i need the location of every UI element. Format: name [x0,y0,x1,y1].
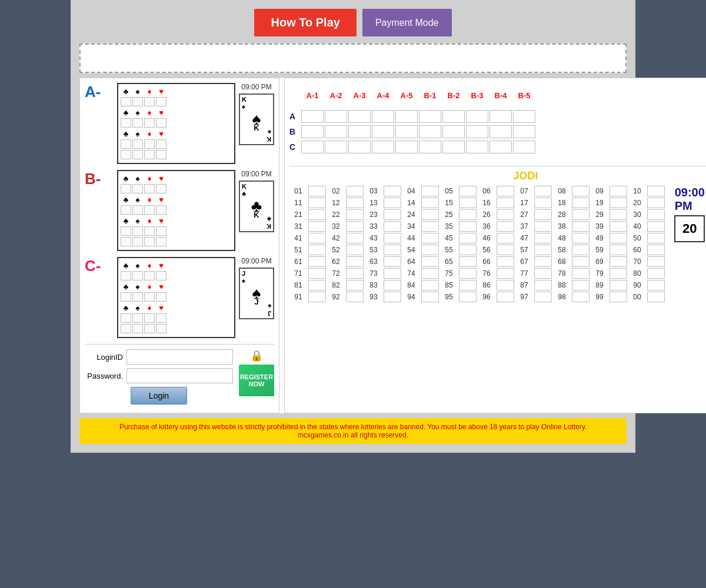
grid-cell[interactable] [121,271,131,280]
jodi-input[interactable] [534,256,552,267]
grid-cell[interactable] [156,313,166,323]
jodi-input[interactable] [384,209,401,220]
ab-input-b10[interactable] [513,125,535,138]
jodi-input[interactable] [308,268,326,279]
jodi-input[interactable] [497,233,514,243]
grid-cell[interactable] [121,205,131,215]
grid-cell[interactable] [156,324,166,333]
ab-input-b6[interactable] [419,125,441,138]
jodi-input[interactable] [610,292,627,302]
ab-input-a10[interactable] [513,110,535,123]
grid-cell[interactable] [156,118,166,128]
grid-cell[interactable] [132,139,143,149]
ab-input-c10[interactable] [513,141,535,153]
jodi-input[interactable] [421,233,439,243]
jodi-input[interactable] [459,256,477,267]
ab-input-c7[interactable] [442,141,465,153]
jodi-input[interactable] [497,209,514,220]
loginid-input[interactable] [126,349,233,365]
ab-input-c9[interactable] [489,141,512,153]
jodi-input[interactable] [308,233,326,243]
jodi-input[interactable] [459,186,477,196]
ab-input-a2[interactable] [325,110,347,123]
jodi-input[interactable] [647,186,665,196]
jodi-input[interactable] [308,186,326,196]
grid-cell[interactable] [156,139,166,149]
how-to-play-button[interactable]: How To Play [254,9,356,36]
jodi-input[interactable] [308,198,326,208]
jodi-input[interactable] [497,292,514,302]
ab-input-b9[interactable] [489,125,512,138]
grid-cell[interactable] [121,226,131,236]
ab-input-c4[interactable] [372,141,394,153]
grid-cell[interactable] [156,184,166,193]
jodi-input[interactable] [610,209,627,220]
grid-cell[interactable] [144,226,155,236]
jodi-input[interactable] [610,186,627,196]
jodi-input[interactable] [572,280,590,290]
jodi-input[interactable] [647,245,665,255]
grid-cell[interactable] [132,184,143,193]
jodi-input[interactable] [421,280,439,290]
jodi-input[interactable] [647,256,665,267]
grid-cell[interactable] [156,97,166,106]
jodi-input[interactable] [346,221,364,232]
ab-input-b2[interactable] [325,125,347,138]
grid-cell[interactable] [121,324,131,333]
grid-cell[interactable] [121,292,131,302]
ab-input-b1[interactable] [301,125,324,138]
ab-input-c2[interactable] [325,141,347,153]
jodi-input[interactable] [346,256,364,267]
jodi-input[interactable] [534,268,552,279]
grid-cell[interactable] [132,324,143,333]
jodi-input[interactable] [647,268,665,279]
jodi-input[interactable] [459,221,477,232]
grid-cell[interactable] [121,237,131,246]
jodi-input[interactable] [346,268,364,279]
jodi-input[interactable] [308,209,326,220]
jodi-input[interactable] [346,245,364,255]
jodi-input[interactable] [459,233,477,243]
jodi-input[interactable] [572,245,590,255]
jodi-input[interactable] [497,186,514,196]
grid-cell[interactable] [156,226,166,236]
jodi-input[interactable] [610,221,627,232]
grid-cell[interactable] [121,139,131,149]
ab-input-a3[interactable] [348,110,371,123]
jodi-input[interactable] [346,198,364,208]
jodi-input[interactable] [497,245,514,255]
jodi-input[interactable] [346,209,364,220]
jodi-input[interactable] [610,256,627,267]
jodi-input[interactable] [572,221,590,232]
grid-cell[interactable] [132,292,143,302]
jodi-input[interactable] [534,221,552,232]
grid-cell[interactable] [121,184,131,193]
jodi-input[interactable] [534,280,552,290]
grid-cell[interactable] [144,324,155,333]
grid-cell[interactable] [144,150,155,159]
grid-cell[interactable] [121,97,131,106]
jodi-input[interactable] [497,268,514,279]
grid-cell[interactable] [144,97,155,106]
jodi-input[interactable] [308,292,326,302]
password-input[interactable] [126,368,233,383]
jodi-input[interactable] [308,280,326,290]
jodi-input[interactable] [308,256,326,267]
grid-cell[interactable] [121,118,131,128]
grid-cell[interactable] [132,271,143,280]
jodi-input[interactable] [308,221,326,232]
jodi-input[interactable] [647,233,665,243]
jodi-input[interactable] [459,292,477,302]
grid-cell[interactable] [156,237,166,246]
jodi-input[interactable] [346,186,364,196]
grid-cell[interactable] [132,118,143,128]
jodi-input[interactable] [610,280,627,290]
grid-cell[interactable] [132,205,143,215]
jodi-input[interactable] [534,209,552,220]
ab-input-a7[interactable] [442,110,465,123]
ab-input-c3[interactable] [348,141,371,153]
jodi-input[interactable] [459,209,477,220]
ab-input-b5[interactable] [395,125,418,138]
jodi-input[interactable] [534,186,552,196]
ab-input-a4[interactable] [372,110,394,123]
